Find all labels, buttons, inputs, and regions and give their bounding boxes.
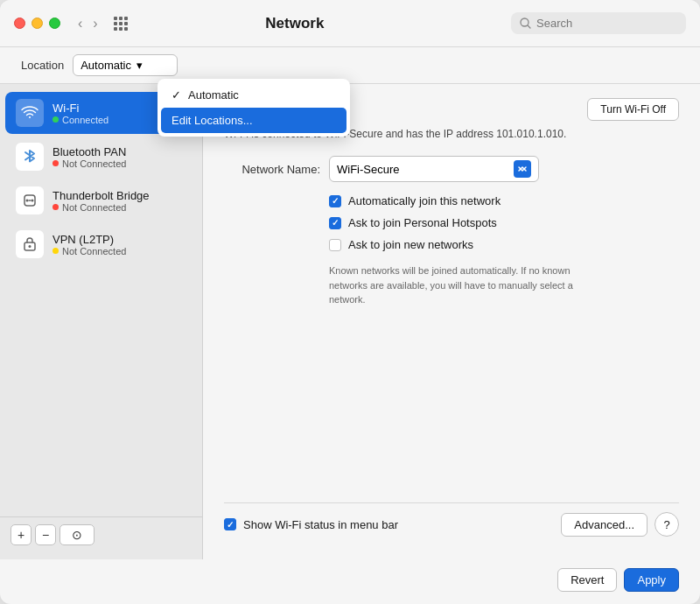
svg-point-7 [29, 245, 32, 248]
wifi-info: Wi-Fi Connected [52, 102, 108, 125]
bottom-buttons: Advanced... ? [561, 512, 679, 537]
auto-join-label: Automatically join this network [348, 194, 500, 207]
detail-panel: Status: Connected Turn Wi-Fi Off Wi-Fi i… [203, 84, 700, 559]
location-dropdown[interactable]: Automatic ▾ [73, 54, 178, 76]
traffic-lights [14, 18, 60, 29]
dropdown-item-edit-locations[interactable]: Edit Locations... [161, 108, 346, 133]
dropdown-item-automatic[interactable]: ✓ Automatic [158, 82, 350, 108]
bluetooth-name: Bluetooth PAN [52, 145, 126, 158]
sidebar-toolbar: + − ⊙ [0, 516, 202, 552]
network-name-dropdown[interactable]: WiFi-Secure [329, 156, 539, 182]
search-input[interactable] [536, 17, 659, 30]
thunderbolt-status-text: Not Connected [62, 202, 126, 213]
bluetooth-status: Not Connected [52, 158, 126, 169]
wifi-status-dot [52, 116, 59, 123]
vpn-status: Not Connected [52, 246, 126, 256]
sidebar-item-thunderbolt[interactable]: Thunderbolt Bridge Not Connected [5, 179, 197, 221]
sidebar-item-vpn[interactable]: VPN (L2TP) Not Connected [5, 223, 197, 265]
checkmark-icon: ✓ [172, 88, 181, 102]
window-footer: Revert Apply [0, 559, 700, 604]
network-name-value: WiFi-Secure [337, 163, 400, 176]
show-wifi-row: Show Wi-Fi status in menu bar [224, 518, 561, 531]
auto-join-row: Automatically join this network [329, 194, 679, 207]
new-networks-label: Ask to join new networks [348, 238, 473, 251]
personal-hotspot-label: Ask to join Personal Hotspots [348, 216, 497, 229]
wifi-status-text: Connected [62, 115, 108, 125]
bluetooth-status-dot [52, 160, 59, 166]
svg-point-4 [32, 200, 34, 202]
sidebar: Wi-Fi Connected Bluetooth PAN [0, 84, 203, 559]
search-icon [520, 18, 531, 29]
dropdown-arrow-icon: ▾ [136, 59, 143, 72]
location-dropdown-menu: ✓ Automatic Edit Locations... [158, 79, 350, 137]
thunderbolt-status-dot [52, 204, 59, 210]
titlebar: ‹ › Network [0, 0, 700, 47]
wifi-status: Connected [52, 115, 108, 125]
vpn-info: VPN (L2TP) Not Connected [52, 233, 126, 256]
dropdown-item-edit-label: Edit Locations... [172, 114, 253, 127]
vpn-status-dot [52, 248, 59, 254]
show-wifi-label: Show Wi-Fi status in menu bar [243, 518, 398, 531]
svg-point-3 [26, 200, 29, 202]
show-wifi-checkbox[interactable] [224, 518, 236, 530]
apply-button[interactable]: Apply [624, 568, 679, 592]
location-label: Location [21, 59, 64, 72]
thunderbolt-status: Not Connected [52, 202, 150, 213]
vpn-name: VPN (L2TP) [52, 233, 126, 246]
advanced-button[interactable]: Advanced... [561, 513, 648, 537]
new-networks-row: Ask to join new networks [329, 238, 679, 251]
location-bar: Location Automatic ▾ ✓ Automatic Edit Lo… [0, 47, 700, 84]
network-name-label: Network Name: [224, 163, 320, 176]
main-content: Location Automatic ▾ ✓ Automatic Edit Lo… [0, 47, 700, 559]
help-button[interactable]: ? [654, 512, 679, 537]
turn-wifi-button[interactable]: Turn Wi-Fi Off [587, 98, 679, 121]
known-networks-note: Known networks will be joined automatica… [329, 263, 609, 307]
maximize-button[interactable] [49, 18, 60, 29]
thunderbolt-info: Thunderbolt Bridge Not Connected [52, 189, 150, 213]
bluetooth-status-text: Not Connected [62, 158, 126, 169]
minimize-button[interactable] [32, 18, 43, 29]
location-value: Automatic [80, 59, 131, 72]
wifi-name: Wi-Fi [52, 102, 108, 115]
close-button[interactable] [14, 18, 25, 29]
vpn-icon [16, 230, 44, 258]
remove-network-button[interactable]: − [35, 524, 56, 545]
bluetooth-info: Bluetooth PAN Not Connected [52, 145, 126, 169]
search-bar[interactable] [511, 12, 686, 34]
bluetooth-icon [16, 143, 44, 171]
wifi-icon [16, 99, 44, 127]
personal-hotspot-checkbox[interactable] [329, 217, 341, 229]
body-area: Wi-Fi Connected Bluetooth PAN [0, 84, 700, 559]
network-preferences-window: ‹ › Network Location Automatic ▾ [0, 0, 700, 604]
revert-button[interactable]: Revert [557, 568, 617, 592]
auto-join-checkbox[interactable] [329, 195, 341, 207]
add-network-button[interactable]: + [10, 524, 32, 545]
personal-hotspot-row: Ask to join Personal Hotspots [329, 216, 679, 229]
dropdown-item-automatic-label: Automatic [188, 88, 239, 102]
select-chevron-icon [514, 160, 531, 178]
vpn-status-text: Not Connected [62, 246, 126, 256]
svg-line-1 [528, 25, 530, 28]
network-name-row: Network Name: WiFi-Secure [224, 156, 679, 182]
new-networks-checkbox[interactable] [329, 239, 341, 251]
thunderbolt-icon [16, 186, 44, 214]
action-network-button[interactable]: ⊙ [60, 524, 94, 545]
thunderbolt-name: Thunderbolt Bridge [52, 189, 150, 202]
back-button[interactable]: ‹ [74, 14, 86, 33]
sidebar-item-bluetooth[interactable]: Bluetooth PAN Not Connected [5, 136, 197, 178]
bottom-bar: Show Wi-Fi status in menu bar Advanced..… [224, 502, 679, 545]
window-title: Network [88, 15, 502, 32]
